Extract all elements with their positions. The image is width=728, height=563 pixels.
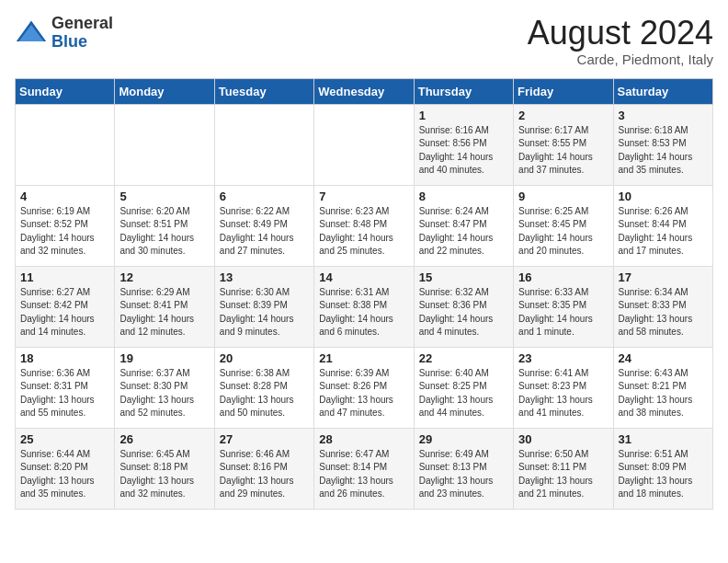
calendar-table: SundayMondayTuesdayWednesdayThursdayFrid… xyxy=(15,78,713,510)
day-number: 21 xyxy=(319,351,408,365)
calendar-cell xyxy=(16,104,115,185)
weekday-header-thursday: Thursday xyxy=(414,78,513,104)
day-info: Sunrise: 6:46 AM Sunset: 8:16 PM Dayligh… xyxy=(220,448,309,501)
logo-text: General Blue xyxy=(51,15,113,52)
day-number: 23 xyxy=(518,351,608,365)
day-info: Sunrise: 6:36 AM Sunset: 8:31 PM Dayligh… xyxy=(20,367,109,420)
calendar-cell: 11Sunrise: 6:27 AM Sunset: 8:42 PM Dayli… xyxy=(16,266,115,347)
weekday-header-saturday: Saturday xyxy=(613,78,712,104)
day-number: 3 xyxy=(619,109,708,122)
day-info: Sunrise: 6:49 AM Sunset: 8:13 PM Dayligh… xyxy=(419,448,508,501)
day-number: 18 xyxy=(20,351,109,365)
calendar-week-2: 4Sunrise: 6:19 AM Sunset: 8:52 PM Daylig… xyxy=(16,185,713,266)
day-number: 9 xyxy=(518,190,608,203)
day-info: Sunrise: 6:34 AM Sunset: 8:33 PM Dayligh… xyxy=(619,286,708,339)
calendar-cell: 9Sunrise: 6:25 AM Sunset: 8:45 PM Daylig… xyxy=(514,185,613,266)
logo-icon xyxy=(15,17,48,50)
day-number: 1 xyxy=(419,109,508,122)
day-number: 15 xyxy=(419,270,508,284)
day-number: 27 xyxy=(220,432,309,446)
calendar-week-1: 1Sunrise: 6:16 AM Sunset: 8:56 PM Daylig… xyxy=(16,104,713,185)
day-info: Sunrise: 6:20 AM Sunset: 8:51 PM Dayligh… xyxy=(119,205,209,259)
day-number: 24 xyxy=(619,351,708,365)
calendar-cell: 30Sunrise: 6:50 AM Sunset: 8:11 PM Dayli… xyxy=(514,428,613,509)
day-number: 5 xyxy=(119,190,209,203)
weekday-header-wednesday: Wednesday xyxy=(314,78,414,104)
day-info: Sunrise: 6:37 AM Sunset: 8:30 PM Dayligh… xyxy=(119,367,209,420)
calendar-cell: 29Sunrise: 6:49 AM Sunset: 8:13 PM Dayli… xyxy=(414,428,513,509)
day-info: Sunrise: 6:44 AM Sunset: 8:20 PM Dayligh… xyxy=(20,448,109,501)
weekday-header-tuesday: Tuesday xyxy=(214,78,313,104)
calendar-cell: 22Sunrise: 6:40 AM Sunset: 8:25 PM Dayli… xyxy=(414,347,513,428)
day-info: Sunrise: 6:24 AM Sunset: 8:47 PM Dayligh… xyxy=(419,205,508,259)
calendar-cell: 3Sunrise: 6:18 AM Sunset: 8:53 PM Daylig… xyxy=(613,104,712,185)
calendar-cell: 15Sunrise: 6:32 AM Sunset: 8:36 PM Dayli… xyxy=(414,266,513,347)
logo-general: General xyxy=(51,15,113,33)
calendar-cell: 4Sunrise: 6:19 AM Sunset: 8:52 PM Daylig… xyxy=(16,185,115,266)
day-number: 12 xyxy=(119,270,209,284)
day-number: 25 xyxy=(20,432,109,446)
day-info: Sunrise: 6:26 AM Sunset: 8:44 PM Dayligh… xyxy=(619,205,708,259)
calendar-cell: 5Sunrise: 6:20 AM Sunset: 8:51 PM Daylig… xyxy=(115,185,214,266)
day-info: Sunrise: 6:32 AM Sunset: 8:36 PM Dayligh… xyxy=(419,286,508,339)
calendar-cell: 23Sunrise: 6:41 AM Sunset: 8:23 PM Dayli… xyxy=(514,347,613,428)
day-number: 26 xyxy=(119,432,209,446)
day-info: Sunrise: 6:33 AM Sunset: 8:35 PM Dayligh… xyxy=(518,286,608,339)
weekday-header-friday: Friday xyxy=(514,78,613,104)
day-info: Sunrise: 6:38 AM Sunset: 8:28 PM Dayligh… xyxy=(220,367,309,420)
page-header: General Blue August 2024 Carde, Piedmont… xyxy=(15,15,713,67)
calendar-cell: 28Sunrise: 6:47 AM Sunset: 8:14 PM Dayli… xyxy=(314,428,414,509)
day-info: Sunrise: 6:16 AM Sunset: 8:56 PM Dayligh… xyxy=(419,124,508,178)
calendar-cell: 1Sunrise: 6:16 AM Sunset: 8:56 PM Daylig… xyxy=(414,104,513,185)
day-info: Sunrise: 6:31 AM Sunset: 8:38 PM Dayligh… xyxy=(319,286,408,339)
day-info: Sunrise: 6:25 AM Sunset: 8:45 PM Dayligh… xyxy=(518,205,608,259)
day-info: Sunrise: 6:23 AM Sunset: 8:48 PM Dayligh… xyxy=(319,205,408,259)
calendar-week-3: 11Sunrise: 6:27 AM Sunset: 8:42 PM Dayli… xyxy=(16,266,713,347)
day-number: 11 xyxy=(20,270,109,284)
day-info: Sunrise: 6:22 AM Sunset: 8:49 PM Dayligh… xyxy=(220,205,309,259)
calendar-cell xyxy=(214,104,313,185)
day-info: Sunrise: 6:39 AM Sunset: 8:26 PM Dayligh… xyxy=(319,367,408,420)
day-info: Sunrise: 6:27 AM Sunset: 8:42 PM Dayligh… xyxy=(20,286,109,339)
day-number: 31 xyxy=(619,432,708,446)
day-info: Sunrise: 6:41 AM Sunset: 8:23 PM Dayligh… xyxy=(518,367,608,420)
title-block: August 2024 Carde, Piedmont, Italy xyxy=(528,15,713,67)
calendar-cell: 8Sunrise: 6:24 AM Sunset: 8:47 PM Daylig… xyxy=(414,185,513,266)
day-number: 16 xyxy=(518,270,608,284)
day-info: Sunrise: 6:29 AM Sunset: 8:41 PM Dayligh… xyxy=(119,286,209,339)
calendar-cell: 10Sunrise: 6:26 AM Sunset: 8:44 PM Dayli… xyxy=(613,185,712,266)
day-number: 17 xyxy=(619,270,708,284)
calendar-cell: 2Sunrise: 6:17 AM Sunset: 8:55 PM Daylig… xyxy=(514,104,613,185)
day-info: Sunrise: 6:47 AM Sunset: 8:14 PM Dayligh… xyxy=(319,448,408,501)
day-info: Sunrise: 6:18 AM Sunset: 8:53 PM Dayligh… xyxy=(619,124,708,178)
day-info: Sunrise: 6:43 AM Sunset: 8:21 PM Dayligh… xyxy=(619,367,708,420)
calendar-cell: 19Sunrise: 6:37 AM Sunset: 8:30 PM Dayli… xyxy=(115,347,214,428)
calendar-cell: 16Sunrise: 6:33 AM Sunset: 8:35 PM Dayli… xyxy=(514,266,613,347)
calendar-cell: 7Sunrise: 6:23 AM Sunset: 8:48 PM Daylig… xyxy=(314,185,414,266)
calendar-cell: 25Sunrise: 6:44 AM Sunset: 8:20 PM Dayli… xyxy=(16,428,115,509)
logo: General Blue xyxy=(15,15,113,52)
calendar-cell xyxy=(314,104,414,185)
logo-blue: Blue xyxy=(51,33,113,52)
day-number: 10 xyxy=(619,190,708,203)
day-number: 4 xyxy=(20,190,109,203)
day-number: 22 xyxy=(419,351,508,365)
day-number: 13 xyxy=(220,270,309,284)
day-info: Sunrise: 6:40 AM Sunset: 8:25 PM Dayligh… xyxy=(419,367,508,420)
weekday-header-monday: Monday xyxy=(115,78,214,104)
month-year-title: August 2024 xyxy=(528,15,713,52)
day-number: 20 xyxy=(220,351,309,365)
weekday-header-row: SundayMondayTuesdayWednesdayThursdayFrid… xyxy=(16,78,713,104)
day-info: Sunrise: 6:51 AM Sunset: 8:09 PM Dayligh… xyxy=(619,448,708,501)
calendar-cell: 12Sunrise: 6:29 AM Sunset: 8:41 PM Dayli… xyxy=(115,266,214,347)
calendar-cell: 17Sunrise: 6:34 AM Sunset: 8:33 PM Dayli… xyxy=(613,266,712,347)
day-number: 28 xyxy=(319,432,408,446)
day-number: 19 xyxy=(119,351,209,365)
day-number: 6 xyxy=(220,190,309,203)
day-info: Sunrise: 6:30 AM Sunset: 8:39 PM Dayligh… xyxy=(220,286,309,339)
calendar-cell: 26Sunrise: 6:45 AM Sunset: 8:18 PM Dayli… xyxy=(115,428,214,509)
day-number: 7 xyxy=(319,190,408,203)
day-info: Sunrise: 6:50 AM Sunset: 8:11 PM Dayligh… xyxy=(518,448,608,501)
calendar-cell: 20Sunrise: 6:38 AM Sunset: 8:28 PM Dayli… xyxy=(214,347,313,428)
weekday-header-sunday: Sunday xyxy=(16,78,115,104)
